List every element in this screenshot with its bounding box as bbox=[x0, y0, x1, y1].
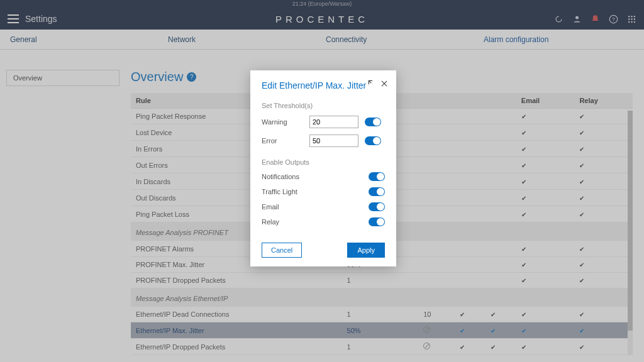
output-toggle[interactable] bbox=[369, 187, 385, 196]
apply-button[interactable]: Apply bbox=[347, 243, 385, 258]
warning-label: Warning bbox=[262, 118, 303, 126]
modal-title: Edit Ethernet/IP Max. Jitter bbox=[262, 80, 385, 90]
error-toggle[interactable] bbox=[365, 136, 381, 145]
error-input[interactable] bbox=[309, 134, 358, 147]
output-toggle[interactable] bbox=[369, 172, 385, 181]
output-toggle[interactable] bbox=[369, 202, 385, 211]
thresholds-label: Set Threshold(s) bbox=[262, 102, 385, 109]
output-toggle[interactable] bbox=[369, 217, 385, 226]
close-icon[interactable] bbox=[380, 79, 389, 88]
error-label: Error bbox=[262, 137, 303, 145]
output-label: Traffic Light bbox=[262, 188, 297, 195]
warning-toggle[interactable] bbox=[365, 118, 381, 126]
output-label: Notifications bbox=[262, 173, 299, 180]
restore-icon[interactable] bbox=[367, 79, 376, 88]
output-label: Email bbox=[262, 203, 279, 211]
output-label: Relay bbox=[262, 218, 279, 226]
warning-input[interactable] bbox=[309, 116, 358, 128]
outputs-label: Enable Outputs bbox=[262, 158, 385, 166]
edit-threshold-modal: Edit Ethernet/IP Max. Jitter Set Thresho… bbox=[250, 70, 396, 266]
cancel-button[interactable]: Cancel bbox=[262, 243, 302, 258]
